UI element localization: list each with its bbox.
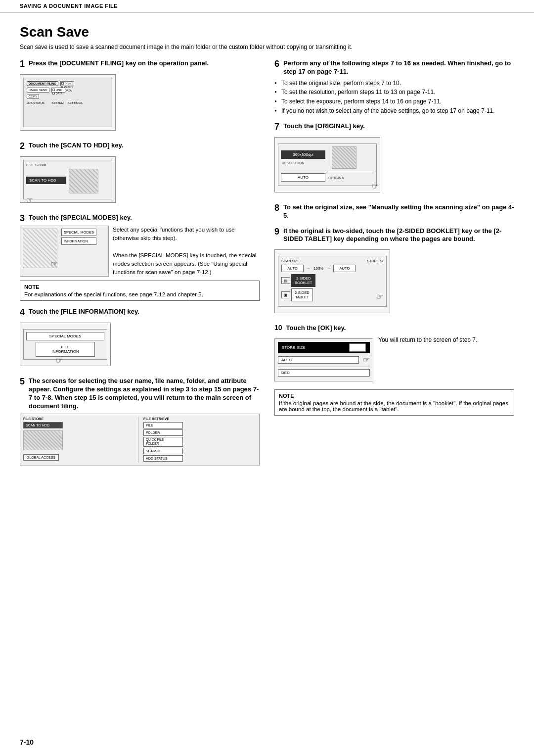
- sp-left-image: ☞: [23, 229, 57, 268]
- s5-search-btn[interactable]: SEARCH: [143, 448, 183, 454]
- header-title: SAVING A DOCUMENT IMAGE FILE: [20, 3, 118, 9]
- settings-lbl: SETTINGS: [68, 101, 83, 104]
- s5-folder-btn[interactable]: FOLDER: [143, 429, 183, 436]
- step-9-heading: 9 If the original is two-sided, touch th…: [274, 227, 514, 244]
- s5-quick-folder-btn[interactable]: QUICK FILE FOLDER: [143, 437, 183, 447]
- arrow-icon: →: [306, 266, 311, 271]
- intro-text: Scan save is used to save a scanned docu…: [20, 43, 514, 51]
- step-9: 9 If the original is two-sided, touch th…: [274, 227, 514, 318]
- resolution-screen: 300x300dpi RESOLUTION AUTO ORIGINA ☞: [274, 137, 380, 192]
- op-row-4: JOB STATUS SYSTEM SETTINGS: [27, 101, 109, 104]
- two-sided-booklet-row: ▤ 2-SIDEDBOOKLET: [281, 274, 315, 287]
- operation-panel-image: DOCUMENT FILING PRINT READY DATA IMAGE S…: [20, 74, 116, 131]
- bullet-4: If you no not wish to select any of the …: [274, 107, 514, 115]
- hand-pointer-2: ☞: [26, 195, 109, 205]
- step-10-body: You will return to the screen of step 7.: [378, 335, 514, 344]
- step-2-num: 2: [20, 142, 25, 150]
- file-store-label: FILE STORE: [26, 163, 109, 167]
- step-6-bullets: To set the original size, perform steps …: [274, 79, 514, 115]
- step-5-text: The screens for selecting the user name,…: [29, 377, 260, 411]
- store-size-label: STORE SI: [367, 259, 383, 263]
- fi-special-modes-btn[interactable]: SPECIAL MODES: [26, 332, 104, 340]
- fi-screen-mockup: SPECIAL MODES FILE INFORMATION ☞: [23, 329, 107, 360]
- hand-pointer-7: ☞: [372, 182, 379, 191]
- system-lbl: SYSTEM: [51, 101, 64, 104]
- step-6: 6 Perform any of the following steps 7 t…: [274, 59, 514, 115]
- information-label: INFORMATION: [51, 349, 79, 354]
- copy-btn: COPY: [27, 94, 39, 99]
- ss-row-1: SCAN SIZE STORE SI: [281, 259, 383, 263]
- step-6-num: 6: [274, 59, 279, 68]
- s5-file-retrieve-label: FILE RETRIEVE: [143, 417, 256, 421]
- note-2: NOTE If the original pages are bound at …: [274, 389, 514, 416]
- s5-hdd-btn[interactable]: HDD STATUS: [143, 455, 183, 462]
- step-4-heading: 4 Touch the [FILE INFORMATION] key.: [20, 308, 260, 317]
- step-10: 10 Touch the [OK] key. STORE SIZE OK AUT…: [274, 324, 514, 416]
- step-7: 7 Touch the [ORIGINAL] key. 300x300dpi R…: [274, 122, 514, 196]
- s5-scan-hdd-btn[interactable]: SCAN TO HDD: [23, 422, 63, 428]
- step-3-num: 3: [20, 214, 25, 223]
- scan-size-screen: SCAN SIZE STORE SI AUTO → 100% → AUTO: [274, 249, 390, 313]
- bullet-3: To select the exposure, perform steps 14…: [274, 97, 514, 106]
- s10-auto-row: AUTO ☞: [278, 355, 370, 365]
- step-5-screen: FILE STORE SCAN TO HDD GLOBAL ACCESS FIL…: [20, 414, 260, 466]
- s10-auto-cell[interactable]: AUTO: [278, 356, 359, 364]
- scan-size-label: SCAN SIZE: [281, 259, 300, 263]
- note-1: NOTE For explanations of the special fun…: [20, 281, 260, 301]
- left-column: 1 Press the [DOCUMENT FILING] key on the…: [20, 59, 260, 473]
- line-lbl: LINE: [56, 89, 62, 92]
- step-7-text: Touch the [ORIGINAL] key.: [283, 122, 365, 131]
- step-1-num: 1: [20, 59, 25, 68]
- scan-to-hdd-button[interactable]: SCAN TO HDD: [26, 177, 66, 184]
- op-row-2: IMAGE SEND LINE DATA: [27, 88, 109, 93]
- step-3-desc: Select any special functions that you wi…: [113, 226, 260, 277]
- step-9-text: If the original is two-sided, touch the …: [283, 227, 514, 244]
- res-row-2: AUTO ORIGINA ☞: [281, 173, 374, 183]
- res-value-btn[interactable]: 300x300dpi: [281, 150, 325, 159]
- image-send-btn: IMAGE SEND: [27, 88, 49, 93]
- note-1-title: NOTE: [24, 284, 255, 290]
- step-1-heading: 1 Press the [DOCUMENT FILING] key on the…: [20, 59, 260, 68]
- two-sided-booklet-btn[interactable]: 2-SIDEDBOOKLET: [291, 274, 315, 287]
- hand-pointer-4: ☞: [56, 356, 63, 365]
- store-size-label: STORE SIZE: [282, 345, 305, 350]
- ok-button[interactable]: OK: [349, 343, 366, 352]
- store-auto-cell[interactable]: AUTO: [333, 265, 356, 272]
- ss-screen-mockup: SCAN SIZE STORE SI AUTO → 100% → AUTO: [278, 256, 387, 307]
- print-indicator: PRINT READY DATA: [60, 81, 74, 86]
- op-panel: DOCUMENT FILING PRINT READY DATA IMAGE S…: [23, 78, 112, 127]
- step-4: 4 Touch the [FILE INFORMATION] key. SPEC…: [20, 308, 260, 370]
- hand-pointer-10: ☞: [363, 355, 370, 365]
- s5-doc-image: [23, 430, 63, 450]
- s10-ded-cell: DED: [278, 369, 370, 377]
- step-10-num: 10: [274, 324, 282, 331]
- scan-row: SCAN TO HDD: [26, 169, 109, 193]
- file-info-button[interactable]: FILE INFORMATION ☞: [36, 342, 95, 357]
- step-3-content: ☞ SPECIAL MODES INFORMATION Select any s…: [20, 226, 260, 277]
- step-7-num: 7: [274, 122, 279, 131]
- step-5-num: 5: [20, 377, 25, 386]
- page-title: Scan Save: [20, 24, 514, 40]
- file-info-screen: SPECIAL MODES FILE INFORMATION ☞: [20, 323, 111, 366]
- res-doc-image: [332, 146, 356, 169]
- step-2-text: Touch the [SCAN TO HDD] key.: [29, 142, 123, 150]
- step-6-text: Perform any of the following steps 7 to …: [283, 59, 514, 76]
- step-10-content: STORE SIZE OK AUTO ☞ DED You will return…: [274, 335, 514, 384]
- bullet-1: To set the original size, perform steps …: [274, 79, 514, 88]
- s5-file-btn[interactable]: FILE: [143, 422, 183, 428]
- s5-global-btn[interactable]: GLOBAL ACCESS: [23, 454, 59, 461]
- auto-btn[interactable]: AUTO: [281, 173, 325, 182]
- special-modes-button[interactable]: SPECIAL MODES: [61, 229, 96, 236]
- scan-screen-mockup: FILE STORE SCAN TO HDD ☞: [23, 160, 112, 199]
- step-4-text: Touch the [FILE INFORMATION] key.: [29, 308, 139, 316]
- original-label: ORIGINA: [328, 176, 344, 180]
- note-2-body: If the original pages are bound at the s…: [279, 400, 510, 412]
- s10-screen: STORE SIZE OK AUTO ☞ DED: [274, 338, 373, 381]
- two-sided-tablet-btn[interactable]: 2-SIDEDTABLET: [291, 288, 313, 301]
- note-2-title: NOTE: [279, 393, 510, 399]
- tablet-icon: ▣: [281, 291, 290, 298]
- scan-auto-cell[interactable]: AUTO: [281, 265, 304, 272]
- step-6-heading: 6 Perform any of the following steps 7 t…: [274, 59, 514, 76]
- print-lbl: PRINT: [65, 82, 73, 85]
- note-1-body: For explanations of the special function…: [24, 291, 255, 297]
